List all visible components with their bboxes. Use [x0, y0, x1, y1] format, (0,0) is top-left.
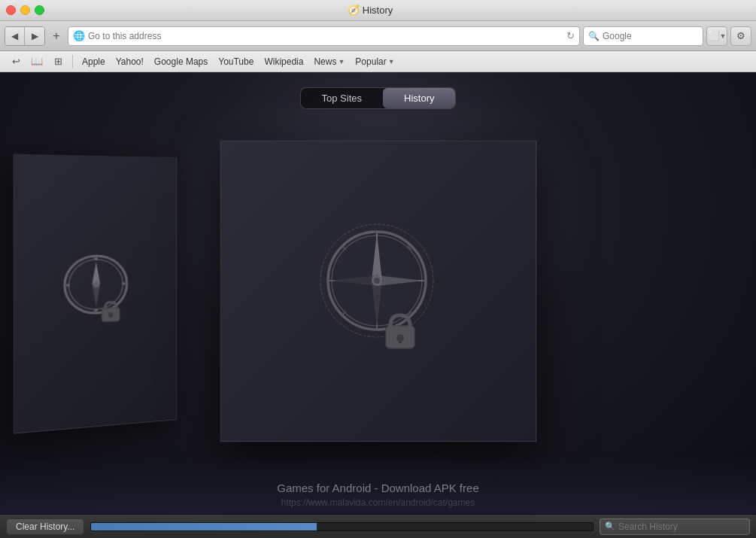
search-history-icon: 🔍 [605, 521, 615, 531]
progress-bar [90, 522, 594, 531]
settings-icon: ⚙ [736, 30, 745, 41]
bookmark-youtube[interactable]: YouTube [214, 55, 258, 68]
card-url: https://www.malavida.com/en/android/cat/… [277, 497, 478, 508]
clear-history-button[interactable]: Clear History... [6, 518, 84, 535]
forward-button[interactable]: ▶ [25, 27, 44, 45]
bookmark-google-maps[interactable]: Google Maps [150, 55, 212, 68]
news-dropdown-arrow: ▼ [338, 58, 345, 65]
main-card[interactable] [220, 141, 536, 442]
toolbar-right-buttons: ⬜ ▼ ⚙ [706, 26, 751, 46]
search-bar: 🔍 [583, 26, 703, 46]
progress-bar-fill [91, 523, 317, 530]
bookmark-arrow-icon: ▼ [720, 32, 727, 40]
address-input[interactable] [88, 31, 563, 41]
back-button[interactable]: ◀ [5, 27, 25, 45]
search-magnifier-icon: 🔍 [588, 31, 600, 41]
bookmarks-icon[interactable]: 📖 [27, 53, 47, 70]
main-compass-icon [311, 214, 446, 368]
card-title: Games for Android - Download APK free [277, 482, 478, 494]
card-info: Games for Android - Download APK free ht… [277, 473, 478, 514]
background-compass-icon: N S [56, 248, 138, 336]
bottom-bar: Clear History... 🔍 [0, 514, 756, 538]
toolbar: ◀ ▶ + 🌐 ↻ 🔍 ⬜ ▼ ⚙ [0, 21, 756, 51]
main-content: Top Sites History N S [0, 72, 756, 514]
window-title-icon: 🧭 [348, 5, 360, 16]
nav-group: ◀ ▶ [5, 26, 45, 46]
bookmark-icon: ⬜ [708, 30, 720, 41]
title-bar: 🧭History [0, 0, 756, 21]
tab-switcher: Top Sites History [300, 87, 457, 109]
bookmark-wikipedia[interactable]: Wikipedia [260, 55, 308, 68]
bookmark-popular[interactable]: Popular ▼ [351, 55, 399, 68]
add-tab-button[interactable]: + [48, 28, 65, 44]
settings-button[interactable]: ⚙ [730, 26, 751, 46]
bookmarks-bar: ↩ 📖 ⊞ Apple Yahoo! Google Maps YouTube W… [0, 51, 756, 72]
svg-rect-13 [110, 315, 111, 318]
background-card: N S [14, 153, 178, 433]
search-input[interactable] [603, 31, 715, 41]
cards-container: N S [0, 109, 756, 473]
search-history-container: 🔍 [600, 518, 750, 535]
tab-top-sites[interactable]: Top Sites [301, 88, 383, 108]
bookmarks-separator [72, 55, 73, 68]
svg-rect-33 [399, 338, 402, 343]
bookmark-apple[interactable]: Apple [77, 55, 110, 68]
tab-history[interactable]: History [383, 88, 455, 108]
grid-icon[interactable]: ⊞ [48, 53, 68, 70]
back-history-icon[interactable]: ↩ [6, 53, 26, 70]
bookmark-button[interactable]: ⬜ ▼ [706, 26, 727, 46]
bookmark-news[interactable]: News ▼ [309, 55, 349, 68]
window-title: 🧭History [0, 5, 750, 16]
popular-dropdown-arrow: ▼ [388, 58, 395, 65]
address-bar: 🌐 ↻ [68, 26, 580, 46]
search-history-input[interactable] [618, 521, 745, 532]
globe-icon: 🌐 [73, 30, 85, 41]
svg-point-30 [374, 278, 380, 284]
bookmark-yahoo[interactable]: Yahoo! [111, 55, 148, 68]
refresh-icon[interactable]: ↻ [566, 30, 575, 41]
